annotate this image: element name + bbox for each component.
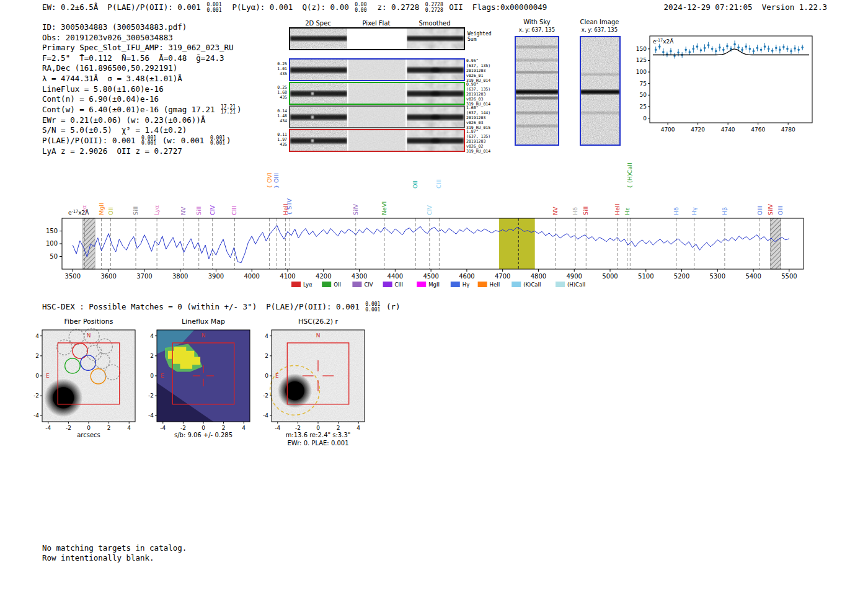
svg-text:-2: -2 [180, 425, 186, 431]
data-point [688, 51, 691, 53]
emission-line-label: OII [107, 207, 114, 215]
stacked-uncertainty: 0.27280.2728 [425, 2, 443, 13]
data-point [670, 50, 672, 53]
legend-swatch [478, 282, 487, 287]
data-point [764, 45, 766, 48]
spectrum-trace-band [407, 36, 464, 41]
data-point [726, 45, 728, 48]
svg-text:4600: 4600 [459, 273, 474, 280]
bright-spot [311, 116, 314, 119]
header-spacer [753, 2, 762, 12]
svg-text:2: 2 [222, 425, 226, 431]
emission-line-label: SiII [195, 207, 202, 215]
emission-line-label: Hγ [691, 207, 698, 215]
cleanimage-title: Clean Image [575, 19, 624, 25]
cutout-cell [407, 83, 464, 104]
emission-line-label: SiII [132, 207, 139, 215]
bright-spot [311, 140, 314, 143]
svg-text:75: 75 [640, 81, 647, 87]
stacked-uncertainty: 0.0010.001 [141, 136, 156, 146]
emission-line-label: CIV [426, 205, 433, 215]
svg-text:50: 50 [640, 92, 647, 98]
svg-text:-2: -2 [263, 393, 268, 399]
svg-text:5400: 5400 [745, 273, 761, 280]
data-point [760, 49, 763, 51]
svg-text:3800: 3800 [172, 273, 188, 280]
weighted-sum-label: WeightedSum [467, 31, 492, 42]
svg-text:-4: -4 [160, 425, 166, 431]
data-point [756, 47, 759, 50]
cutout-cell [348, 29, 405, 49]
lineflux-xlabel: s/b: 9.06 +/- 0.285 [157, 432, 250, 438]
svg-text:0: 0 [316, 425, 320, 431]
legend-swatch [322, 282, 331, 287]
svg-text:-2: -2 [33, 393, 39, 399]
cutout-cell [290, 107, 347, 127]
flux-scale-annotation: e-17x2Å [653, 38, 674, 45]
cutout-cell [348, 60, 405, 80]
withsky-image [515, 36, 559, 146]
data-point [696, 45, 699, 48]
legend-swatch [383, 282, 392, 287]
emission-line-label: CIV [209, 205, 216, 215]
info-line: RA,Dec (161.896500,50.292191) [42, 63, 242, 74]
data-point [794, 47, 796, 50]
data-point [662, 51, 665, 53]
summary-header: EW: 0.2±6.5Å P(LAE)/P(OII): 0.001 0.0010… [42, 2, 547, 13]
line-zoom-plot: 470047204740476047800255075100125150e-17… [625, 30, 836, 141]
data-point [700, 49, 702, 51]
svg-text:4200: 4200 [316, 273, 331, 280]
data-point [655, 49, 657, 51]
spectrum-trace-band [290, 138, 347, 144]
svg-text:4900: 4900 [566, 273, 582, 280]
data-point [722, 49, 725, 51]
svg-text:-2: -2 [148, 393, 154, 399]
data-point [753, 50, 755, 53]
info-line: F=2.5" T̄=0.112 N̄=1.56 Ā=0.48 ḡ=24.3 [42, 53, 242, 64]
data-point [741, 49, 743, 51]
svg-text:4720: 4720 [691, 127, 705, 133]
data-point [790, 50, 792, 53]
svg-text:3500: 3500 [65, 273, 81, 280]
cutout-row-weights: 0.251.01435 [270, 61, 287, 76]
legend-label: (H)CaII [567, 282, 585, 288]
cutout-exposure-row [289, 129, 465, 152]
data-point [733, 43, 736, 46]
withsky-title: With Sky [515, 19, 559, 25]
svg-text:-4: -4 [263, 412, 268, 419]
svg-text:2: 2 [265, 353, 268, 359]
svg-text:4: 4 [242, 425, 246, 431]
svg-text:3700: 3700 [136, 273, 152, 280]
legend-label: CIII [395, 282, 403, 288]
data-point [704, 47, 706, 50]
detection-info-block: ID: 3005034883 (3005034883.pdf)Obs: 2019… [42, 22, 242, 157]
data-point [707, 44, 710, 47]
info-line: ID: 3005034883 (3005034883.pdf) [42, 22, 242, 33]
svg-text:4700: 4700 [661, 127, 675, 133]
hsc-xlabel-2: EWr: 0. PLAE: 0.001 [265, 440, 371, 447]
data-point [775, 47, 777, 50]
svg-text:150: 150 [46, 228, 58, 234]
col-title-pixelflat: Pixel Flat [347, 20, 405, 27]
cutout-weighted-sum-row [289, 27, 465, 50]
report-datetime: 2024-12-29 07:21:05 [664, 2, 753, 12]
svg-text:-4: -4 [148, 412, 154, 419]
info-line: LineFlux = 5.80(±1.60)e-16 [42, 84, 242, 95]
svg-text:50: 50 [50, 253, 58, 260]
svg-text:25: 25 [640, 104, 647, 110]
legend-label: Hγ [463, 282, 469, 288]
svg-text:-4: -4 [275, 425, 280, 431]
elixer-report-page: EW: 0.2±6.5Å P(LAE)/P(OII): 0.001 0.0010… [0, 0, 868, 591]
stacked-uncertainty: 0.0010.001 [210, 136, 225, 146]
emission-line-label: SiIV [767, 204, 774, 215]
data-point [797, 49, 800, 51]
svg-text:100: 100 [636, 69, 647, 75]
info-line: Obs: 20191203v026_3005034883 [42, 33, 242, 43]
svg-text:0: 0 [87, 425, 91, 431]
svg-text:3600: 3600 [100, 273, 116, 280]
svg-text:5000: 5000 [602, 273, 618, 280]
data-point [737, 47, 740, 49]
svg-text:0: 0 [265, 373, 268, 379]
info-line: Primary Spec_Slot_IFU_AMP: 319_062_023_R… [42, 43, 242, 53]
report-datetime-version: 2024-12-29 07:21:05 Version 1.22.3 [664, 2, 827, 12]
